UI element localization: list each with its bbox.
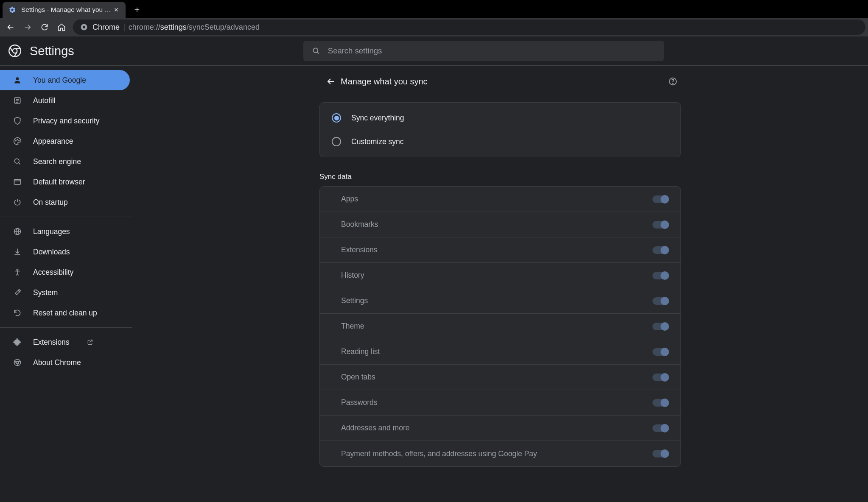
toggle-label: Apps bbox=[341, 195, 652, 204]
settings-panel: Manage what you sync Sync everything Cus… bbox=[319, 68, 681, 502]
sidebar-item-autofill[interactable]: Autofill bbox=[0, 90, 130, 111]
panel-back-button[interactable] bbox=[322, 73, 340, 90]
chrome-logo-icon bbox=[8, 45, 21, 57]
download-icon bbox=[13, 247, 22, 257]
sidebar-item-label: Accessibility bbox=[33, 268, 73, 277]
sidebar-item-privacy[interactable]: Privacy and security bbox=[0, 111, 130, 131]
toggle-label: History bbox=[341, 271, 652, 280]
omnibox-url-prefix: chrome:// bbox=[129, 23, 160, 31]
toggle-switch[interactable] bbox=[652, 297, 669, 305]
settings-gear-icon bbox=[8, 5, 17, 14]
back-button[interactable] bbox=[3, 19, 19, 35]
sidebar-item-label: Appearance bbox=[33, 137, 73, 146]
sidebar-separator bbox=[0, 217, 132, 217]
sidebar-item-label: About Chrome bbox=[33, 358, 81, 367]
toggle-switch[interactable] bbox=[652, 348, 669, 356]
sidebar-item-about[interactable]: About Chrome bbox=[0, 352, 130, 373]
palette-icon bbox=[13, 137, 22, 146]
toggle-switch[interactable] bbox=[652, 246, 669, 254]
sidebar: You and Google Autofill Privacy and secu… bbox=[0, 66, 132, 502]
sidebar-item-label: Default browser bbox=[33, 178, 85, 187]
radio-indicator-icon bbox=[332, 137, 341, 146]
toggle-label: Settings bbox=[341, 296, 652, 305]
toggle-row-addresses: Addresses and more bbox=[320, 416, 680, 441]
main-content: Manage what you sync Sync everything Cus… bbox=[132, 66, 868, 502]
home-button[interactable] bbox=[53, 19, 70, 35]
chrome-site-icon bbox=[80, 23, 88, 31]
sidebar-item-label: You and Google bbox=[33, 76, 86, 85]
toggle-switch[interactable] bbox=[652, 195, 669, 203]
omnibox-url-rest: /syncSetup/advanced bbox=[187, 23, 260, 31]
sidebar-item-label: Search engine bbox=[33, 157, 81, 166]
svg-point-7 bbox=[15, 140, 16, 141]
toggle-switch[interactable] bbox=[652, 323, 669, 330]
sidebar-item-label: Reset and clean up bbox=[33, 309, 97, 318]
sidebar-item-you-and-google[interactable]: You and Google bbox=[0, 70, 130, 90]
toggle-row-history: History bbox=[320, 263, 680, 288]
svg-point-10 bbox=[14, 159, 19, 163]
toggle-label: Payment methods, offers, and addresses u… bbox=[341, 449, 652, 458]
toggle-switch[interactable] bbox=[652, 272, 669, 279]
wrench-icon bbox=[13, 288, 22, 297]
sidebar-item-default-browser[interactable]: Default browser bbox=[0, 172, 130, 192]
toggle-switch[interactable] bbox=[652, 424, 669, 432]
sidebar-item-extensions[interactable]: Extensions bbox=[0, 332, 130, 352]
radio-label: Sync everything bbox=[351, 114, 404, 123]
browser-toolbar: Chrome | chrome://settings/syncSetup/adv… bbox=[0, 18, 868, 36]
sidebar-item-label: Languages bbox=[33, 227, 70, 236]
radio-customize-sync[interactable]: Customize sync bbox=[320, 130, 680, 153]
toggle-switch[interactable] bbox=[652, 374, 669, 381]
toggle-switch[interactable] bbox=[652, 399, 669, 407]
power-icon bbox=[13, 198, 22, 207]
sidebar-item-label: Autofill bbox=[33, 96, 56, 105]
toggle-row-settings: Settings bbox=[320, 288, 680, 314]
omnibox-url: chrome://settings/syncSetup/advanced bbox=[129, 23, 260, 32]
search-icon bbox=[312, 47, 320, 55]
toggle-switch[interactable] bbox=[652, 221, 669, 229]
browser-tabstrip: Settings - Manage what you sync bbox=[0, 0, 868, 18]
help-icon[interactable] bbox=[667, 76, 678, 87]
toggle-row-theme: Theme bbox=[320, 314, 680, 339]
reload-button[interactable] bbox=[36, 19, 53, 35]
sidebar-item-search-engine[interactable]: Search engine bbox=[0, 151, 130, 172]
settings-search-input[interactable] bbox=[328, 46, 655, 56]
settings-app: Settings You and Google Autofill Privacy… bbox=[0, 36, 868, 502]
toggle-label: Theme bbox=[341, 322, 652, 331]
chrome-icon bbox=[13, 358, 22, 367]
toggle-switch[interactable] bbox=[652, 450, 669, 457]
settings-search[interactable] bbox=[303, 41, 664, 61]
sidebar-item-accessibility[interactable]: Accessibility bbox=[0, 262, 130, 282]
sidebar-item-downloads[interactable]: Downloads bbox=[0, 242, 130, 262]
settings-header: Settings bbox=[0, 36, 868, 65]
settings-body: You and Google Autofill Privacy and secu… bbox=[0, 65, 868, 502]
close-icon[interactable] bbox=[112, 6, 120, 14]
sidebar-item-label: Downloads bbox=[33, 248, 70, 257]
sidebar-item-system[interactable]: System bbox=[0, 282, 130, 303]
person-icon bbox=[13, 75, 22, 85]
sidebar-item-languages[interactable]: Languages bbox=[0, 221, 130, 242]
sidebar-separator bbox=[0, 327, 132, 328]
toggle-label: Addresses and more bbox=[341, 424, 652, 432]
toggle-row-reading-list: Reading list bbox=[320, 339, 680, 365]
omnibox-site-name: Chrome bbox=[92, 23, 120, 32]
toggle-label: Open tabs bbox=[341, 373, 652, 382]
toggle-label: Reading list bbox=[341, 347, 652, 356]
omnibox-divider: | bbox=[124, 23, 126, 32]
search-icon bbox=[13, 157, 22, 166]
restore-icon bbox=[13, 308, 22, 318]
panel-header: Manage what you sync bbox=[319, 68, 681, 95]
svg-point-4 bbox=[313, 48, 318, 53]
sidebar-item-reset[interactable]: Reset and clean up bbox=[0, 303, 130, 323]
svg-rect-11 bbox=[14, 179, 21, 184]
address-bar[interactable]: Chrome | chrome://settings/syncSetup/adv… bbox=[73, 20, 865, 35]
sidebar-item-appearance[interactable]: Appearance bbox=[0, 131, 130, 151]
sidebar-item-on-startup[interactable]: On startup bbox=[0, 192, 130, 212]
toggle-row-payment-methods: Payment methods, offers, and addresses u… bbox=[320, 441, 680, 466]
svg-point-1 bbox=[83, 26, 85, 28]
svg-point-13 bbox=[17, 269, 18, 271]
svg-point-8 bbox=[17, 139, 18, 140]
radio-sync-everything[interactable]: Sync everything bbox=[320, 106, 680, 130]
browser-tab[interactable]: Settings - Manage what you sync bbox=[3, 2, 126, 18]
forward-button[interactable] bbox=[20, 19, 36, 35]
new-tab-button[interactable] bbox=[129, 2, 145, 18]
